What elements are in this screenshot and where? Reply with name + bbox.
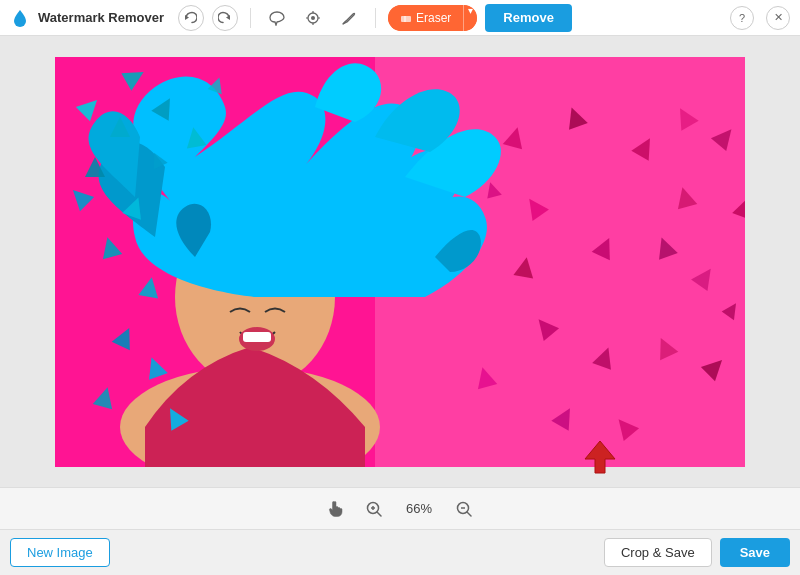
- eraser-dropdown-button[interactable]: ▾: [463, 5, 477, 31]
- eraser-tool-group[interactable]: Eraser ▾: [388, 5, 477, 31]
- help-button[interactable]: ?: [730, 6, 754, 30]
- help-icon: ?: [739, 12, 745, 24]
- svg-rect-17: [243, 332, 271, 342]
- eraser-icon: [400, 12, 412, 24]
- lasso-icon: [269, 10, 285, 26]
- hand-icon: [328, 501, 344, 517]
- zoom-toolbar: 66%: [0, 487, 800, 529]
- toolbar-divider2: [375, 8, 376, 28]
- eraser-button[interactable]: Eraser: [388, 5, 463, 31]
- image-svg: [55, 57, 745, 467]
- zoom-out-button[interactable]: [451, 496, 477, 522]
- crop-save-button[interactable]: Crop & Save: [604, 538, 712, 567]
- svg-rect-9: [401, 16, 411, 22]
- close-icon: ✕: [774, 11, 783, 24]
- hand-tool-button[interactable]: [323, 496, 349, 522]
- svg-line-61: [467, 512, 471, 516]
- save-button[interactable]: Save: [720, 538, 790, 567]
- zoom-level: 66%: [399, 501, 439, 516]
- footer: New Image Crop & Save Save: [0, 529, 800, 575]
- toolbar-divider: [250, 8, 251, 28]
- wand-icon: [305, 10, 321, 26]
- app-title: Watermark Remover: [38, 10, 164, 25]
- new-image-button[interactable]: New Image: [10, 538, 110, 567]
- footer-right-actions: Crop & Save Save: [604, 538, 790, 567]
- pen-tool-button[interactable]: [335, 4, 363, 32]
- magic-wand-button[interactable]: [299, 4, 327, 32]
- remove-button[interactable]: Remove: [485, 4, 572, 32]
- redo-button[interactable]: [212, 5, 238, 31]
- zoom-in-button[interactable]: [361, 496, 387, 522]
- undo-icon: [184, 11, 197, 24]
- eraser-label: Eraser: [416, 11, 451, 25]
- redo-icon: [218, 11, 231, 24]
- close-button[interactable]: ✕: [766, 6, 790, 30]
- zoom-in-icon: [366, 501, 382, 517]
- svg-point-3: [311, 16, 315, 20]
- app-logo-icon: [10, 8, 30, 28]
- pen-icon: [341, 10, 357, 26]
- zoom-out-icon: [456, 501, 472, 517]
- canvas-area: [0, 36, 800, 487]
- lasso-tool-button[interactable]: [263, 4, 291, 32]
- title-bar: Watermark Remover: [0, 0, 800, 36]
- svg-line-58: [377, 512, 381, 516]
- undo-button[interactable]: [178, 5, 204, 31]
- image-display[interactable]: [55, 57, 745, 467]
